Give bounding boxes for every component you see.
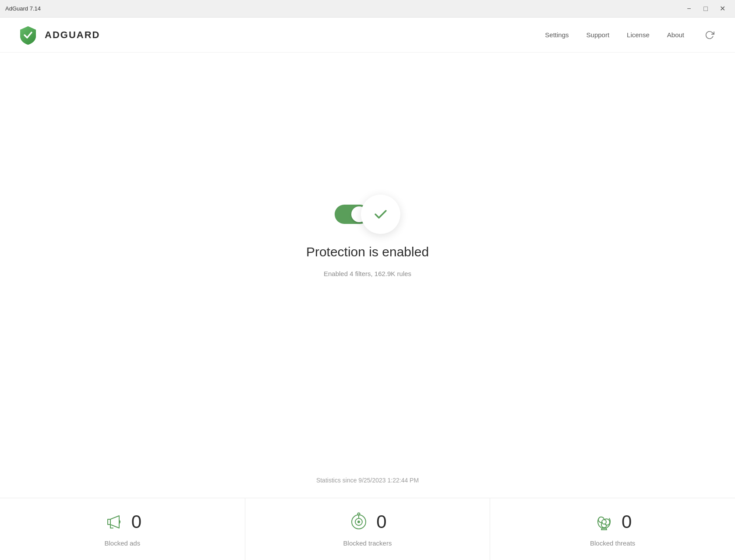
close-icon: ✕ [720,4,725,13]
refresh-button[interactable] [702,27,717,43]
stat-blocked-trackers: 0 Blocked trackers [245,498,491,560]
protection-check-circle [361,195,400,234]
nav-support[interactable]: Support [587,31,610,39]
toggle-container [335,195,400,234]
blocked-threats-label: Blocked threats [590,539,635,547]
megaphone-icon [103,511,124,532]
refresh-icon [705,30,714,40]
svg-point-6 [358,513,360,515]
main-content: Protection is enabled Enabled 4 filters,… [0,53,735,463]
stat-threats-row: 0 [594,511,632,532]
app-window: ADGUARD Settings Support License About [0,18,735,560]
svg-point-7 [602,520,606,524]
header: ADGUARD Settings Support License About [0,18,735,53]
stat-blocked-ads: 0 Blocked ads [0,498,245,560]
stats-section: Statistics since 9/25/2023 1:22:44 PM 0 … [0,463,735,560]
nav-about[interactable]: About [667,31,684,39]
stat-trackers-row: 0 [348,511,386,532]
minimize-button[interactable]: − [682,3,696,14]
svg-point-4 [358,521,360,523]
title-bar: AdGuard 7.14 − □ ✕ [0,0,735,18]
logo: ADGUARD [18,25,100,46]
blocked-ads-label: Blocked ads [104,539,140,547]
protection-area: Protection is enabled Enabled 4 filters,… [306,195,429,277]
blocked-threats-count: 0 [622,511,632,532]
protection-subtitle: Enabled 4 filters, 162.9K rules [324,270,411,277]
stats-since: Statistics since 9/25/2023 1:22:44 PM [316,477,419,484]
logo-text: ADGUARD [45,29,100,41]
maximize-button[interactable]: □ [698,3,713,14]
main-nav: Settings Support License About [545,27,717,43]
protection-title: Protection is enabled [306,245,429,259]
stat-blocked-threats: 0 Blocked threats [490,498,735,560]
checkmark-icon [371,205,390,224]
maximize-icon: □ [703,5,708,13]
blocked-ads-count: 0 [131,511,141,532]
adguard-logo-icon [18,25,39,46]
nav-settings[interactable]: Settings [545,31,569,39]
window-controls: − □ ✕ [682,3,730,14]
app-title: AdGuard 7.14 [5,5,41,12]
nav-license[interactable]: License [627,31,650,39]
minimize-icon: − [687,5,691,13]
stat-ads-row: 0 [103,511,141,532]
tracker-icon [348,511,369,532]
blocked-trackers-count: 0 [376,511,386,532]
stats-grid: 0 Blocked ads 0 Blocked trackers [0,498,735,560]
close-button[interactable]: ✕ [715,3,730,14]
threat-icon [594,511,615,532]
blocked-trackers-label: Blocked trackers [343,539,392,547]
